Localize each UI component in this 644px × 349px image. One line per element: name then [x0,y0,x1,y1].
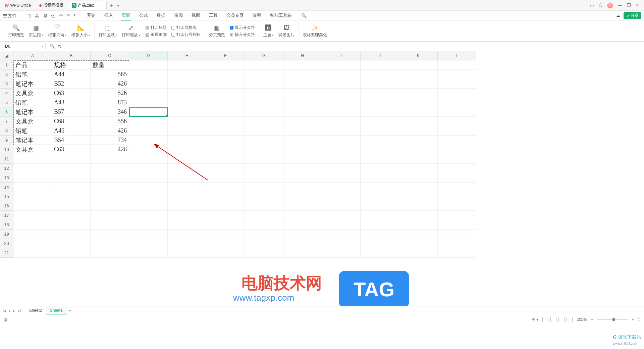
cell[interactable] [168,230,206,239]
cell[interactable] [245,126,283,136]
cell[interactable] [91,173,129,183]
ribbon-tab[interactable]: 开始 [86,11,96,20]
cell[interactable] [438,98,476,107]
cloud-sync-icon[interactable]: ☁ [616,13,620,18]
cell[interactable] [13,211,52,220]
cell[interactable] [52,201,91,211]
cell[interactable] [322,126,361,136]
cell[interactable] [129,211,168,220]
cell[interactable] [168,60,206,70]
cell[interactable] [245,211,283,220]
cell[interactable] [206,154,245,164]
cell[interactable] [168,192,206,201]
cell[interactable]: 笔记本 [13,79,52,89]
select-all-corner[interactable]: ◢ [0,51,13,60]
cell[interactable] [322,239,361,248]
cell[interactable] [438,192,476,201]
cell[interactable] [438,117,476,126]
row-header[interactable]: 10 [0,145,13,154]
cell[interactable] [52,248,91,258]
formula-input[interactable] [64,43,533,50]
share-button[interactable]: ↗分享 [624,12,641,19]
cell[interactable] [129,154,168,164]
zoom-value[interactable]: 205% [577,317,587,322]
cell[interactable] [361,230,399,239]
column-header[interactable]: A [13,51,52,60]
cell[interactable]: 铅笔 [13,98,52,107]
cell[interactable] [168,79,206,89]
cell[interactable] [52,192,91,201]
cell[interactable] [52,173,91,183]
cell[interactable] [283,248,322,258]
cell[interactable] [283,220,322,230]
print-title-button[interactable]: ▤打印标题 [145,25,167,31]
sheet-prev-icon[interactable]: ◂ [8,308,10,313]
cell[interactable] [129,230,168,239]
cell[interactable] [322,117,361,126]
sheet-next-icon[interactable]: ▸ [13,308,15,313]
cell[interactable] [13,239,52,248]
cell[interactable] [168,183,206,192]
cell[interactable] [129,117,168,126]
status-mode-icon[interactable]: ▤ [3,317,7,322]
column-header[interactable]: H [283,51,322,60]
file-tab-active[interactable]: S产品.xlsx○ [68,1,107,10]
cell[interactable] [361,79,399,89]
row-header[interactable]: 20 [0,239,13,248]
cell[interactable] [91,183,129,192]
column-header[interactable]: K [399,51,438,60]
cell[interactable] [168,248,206,258]
cell[interactable] [361,145,399,154]
cell[interactable] [129,164,168,173]
cell[interactable]: A46 [52,126,91,136]
cell[interactable] [322,164,361,173]
print-area-button[interactable]: ⬚打印区域 [99,22,117,40]
row-header[interactable]: 6 [0,107,13,117]
cell[interactable]: C63 [52,89,91,98]
cell[interactable] [13,154,52,164]
cell[interactable] [322,107,361,117]
cell[interactable]: 426 [91,126,129,136]
cell[interactable] [245,70,283,79]
cell[interactable] [399,164,438,173]
cell[interactable] [168,211,206,220]
template-tab[interactable]: ◆找稻壳模板 [36,1,67,10]
cell[interactable] [206,107,245,117]
cell[interactable] [399,136,438,145]
sheet-tab[interactable]: Sheet2 [25,307,46,314]
page-margin-button[interactable]: ▦页边距 [29,22,44,40]
minimize-button[interactable]: — [618,3,622,8]
cell[interactable] [13,248,52,258]
cell[interactable] [399,230,438,239]
cell[interactable] [322,89,361,98]
cell[interactable] [283,117,322,126]
column-header[interactable]: C [91,51,129,60]
row-header[interactable]: 9 [0,136,13,145]
cell[interactable] [322,79,361,89]
cell[interactable] [399,192,438,201]
cell[interactable] [283,230,322,239]
cell[interactable] [361,98,399,107]
cell[interactable]: 526 [91,89,129,98]
cell[interactable] [438,79,476,89]
cell[interactable] [438,230,476,239]
cell[interactable] [129,192,168,201]
cell[interactable]: 铅笔 [13,70,52,79]
qat-redo-icon[interactable]: ↷ [66,13,70,18]
cell[interactable] [245,183,283,192]
cell[interactable] [283,154,322,164]
cell[interactable] [245,154,283,164]
cell[interactable] [438,173,476,183]
cell[interactable] [438,145,476,154]
cell[interactable] [206,89,245,98]
ribbon-tab[interactable]: 审阅 [173,11,183,20]
cell[interactable] [283,239,322,248]
cell[interactable] [438,107,476,117]
ribbon-tab[interactable]: 视图 [191,11,201,20]
cell[interactable] [283,107,322,117]
cell[interactable] [399,117,438,126]
row-header[interactable]: 3 [0,79,13,89]
cell[interactable] [168,107,206,117]
cell[interactable]: 文具盒 [13,89,52,98]
page-break-preview-button[interactable]: ▦分页预览 [209,22,225,40]
